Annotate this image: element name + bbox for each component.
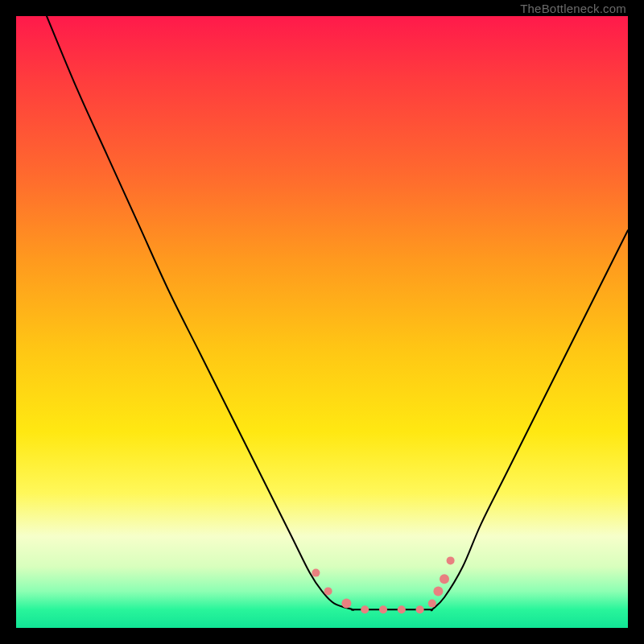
- marker-dot: [379, 605, 387, 613]
- marker-dot: [440, 574, 449, 584]
- marker-dot: [428, 600, 436, 608]
- marker-dot: [433, 586, 443, 596]
- marker-dot: [361, 605, 369, 613]
- curve-path: [47, 16, 628, 610]
- curve-layer: [16, 16, 628, 628]
- plot-area: [16, 16, 628, 628]
- marker-cluster: [312, 556, 454, 613]
- marker-dot: [398, 605, 406, 613]
- marker-dot: [324, 587, 332, 595]
- chart-frame: TheBottleneck.com: [0, 0, 644, 644]
- marker-dot: [447, 556, 455, 564]
- marker-dot: [312, 569, 320, 577]
- watermark-text: TheBottleneck.com: [520, 2, 626, 15]
- marker-dot: [416, 605, 424, 613]
- bottleneck-curve: [47, 16, 628, 610]
- marker-dot: [341, 599, 351, 609]
